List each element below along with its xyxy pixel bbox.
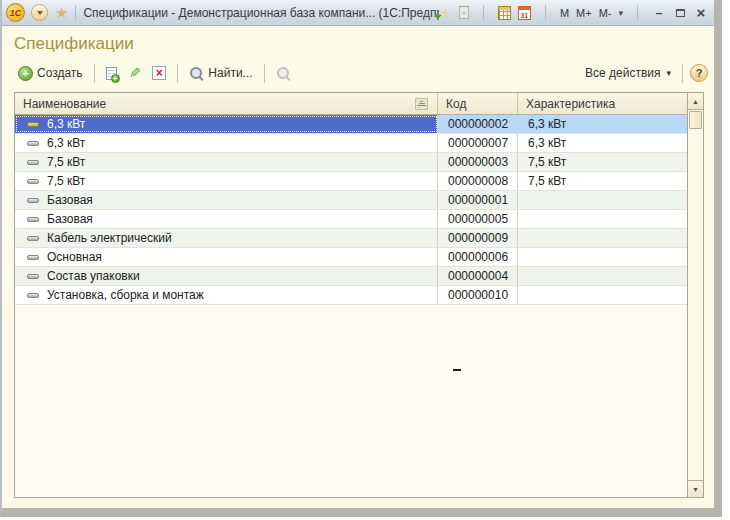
column-header-characteristic[interactable]: Характеристика [518, 93, 688, 114]
cell-characteristic[interactable] [518, 248, 688, 266]
maximize-button[interactable] [673, 9, 687, 17]
titlebar: 1С ★ Спецификации - Демонстрационная баз… [2, 0, 714, 26]
catalog-item-icon [27, 255, 39, 260]
scrollbar-thumb[interactable] [689, 111, 702, 129]
table-row[interactable]: Основная 000000006 [15, 248, 688, 267]
cell-name[interactable]: Базовая [15, 210, 438, 228]
specifications-table: Наименование Код Характеристика 6,3 кВт … [14, 92, 704, 498]
sort-ascending-icon [415, 98, 428, 110]
cell-characteristic[interactable] [518, 267, 688, 285]
column-header-code[interactable]: Код [438, 93, 518, 114]
calendar-day-number: 31 [519, 11, 530, 20]
all-actions-label: Все действия [585, 66, 660, 80]
cell-code[interactable]: 000000001 [438, 191, 518, 209]
table-row[interactable]: Базовая 000000001 [15, 191, 688, 210]
cell-characteristic[interactable]: 7,5 кВт [518, 153, 688, 171]
titlebar-separator [483, 5, 484, 20]
cell-characteristic[interactable]: 7,5 кВт [518, 172, 688, 190]
catalog-item-icon [27, 274, 39, 279]
cell-text: 7,5 кВт [47, 155, 85, 169]
table-row[interactable]: Состав упаковки 000000004 [15, 267, 688, 286]
titlebar-separator [75, 5, 76, 20]
delete-x-icon: × [152, 66, 166, 80]
cell-code[interactable]: 000000008 [438, 172, 518, 190]
cell-text: Базовая [47, 193, 93, 207]
cell-characteristic[interactable] [518, 286, 688, 304]
toolbar-separator [682, 64, 683, 83]
cell-name[interactable]: Состав упаковки [15, 267, 438, 285]
plus-badge-icon: + [111, 74, 120, 83]
cell-text: 6,3 кВт [47, 117, 85, 131]
calendar-top-strip [519, 7, 530, 10]
cell-text: Кабель электрический [47, 231, 172, 245]
scroll-up-button[interactable]: ▲ [688, 93, 703, 110]
cell-code[interactable]: 000000009 [438, 229, 518, 247]
cell-code[interactable]: 000000007 [438, 134, 518, 152]
favorites-star-icon[interactable]: ★ [55, 5, 68, 20]
edit-button[interactable]: ✎ [125, 63, 145, 83]
catalog-item-icon [27, 236, 39, 241]
copy-button[interactable]: + [102, 64, 121, 83]
cell-text: Установка, сборка и монтаж [47, 288, 204, 302]
table-row[interactable]: Базовая 000000005 [15, 210, 688, 229]
cell-characteristic[interactable] [518, 210, 688, 228]
app-icon-label: 1С [10, 8, 22, 18]
chevron-down-icon[interactable]: ▾ [618, 8, 623, 18]
cell-code[interactable]: 000000005 [438, 210, 518, 228]
cell-code[interactable]: 000000003 [438, 153, 518, 171]
table-row[interactable]: 6,3 кВт 000000002 6,3 кВт [15, 115, 688, 134]
calendar-icon[interactable]: 31 [518, 6, 531, 20]
cell-text: Состав упаковки [47, 269, 140, 283]
system-menu-button[interactable] [31, 4, 48, 21]
minimize-button[interactable]: – [652, 6, 666, 20]
desktop: 1С ★ Спецификации - Демонстрационная баз… [0, 0, 730, 520]
help-button[interactable]: ? [690, 64, 708, 82]
scroll-down-button[interactable]: ▼ [688, 480, 703, 497]
cell-code[interactable]: 000000010 [438, 286, 518, 304]
memory-m-plus-button[interactable]: M+ [576, 7, 592, 19]
cell-name[interactable]: Базовая [15, 191, 438, 209]
catalog-item-icon [27, 198, 39, 203]
cell-name[interactable]: 6,3 кВт [15, 134, 438, 152]
table-row[interactable]: 7,5 кВт 000000003 7,5 кВт [15, 153, 688, 172]
1c-app-icon[interactable]: 1С [6, 3, 25, 22]
delete-button[interactable]: × [148, 63, 170, 83]
cell-characteristic[interactable]: 6,3 кВт [518, 134, 688, 152]
create-button[interactable]: + Создать [14, 63, 87, 84]
all-actions-button[interactable]: Все действия ▾ [581, 63, 675, 83]
cell-characteristic[interactable] [518, 191, 688, 209]
scrollbar-track[interactable] [688, 130, 703, 480]
column-header-name[interactable]: Наименование [15, 93, 438, 114]
cell-name[interactable]: Кабель электрический [15, 229, 438, 247]
cancel-find-button[interactable] [272, 63, 295, 84]
add-to-favorites-icon[interactable]: ★ [439, 6, 452, 20]
calculator-icon[interactable] [498, 6, 511, 20]
table-row[interactable]: Установка, сборка и монтаж 000000010 [15, 286, 688, 305]
cell-text: Базовая [47, 212, 93, 226]
cell-characteristic[interactable]: 6,3 кВт [518, 115, 688, 133]
table-row[interactable]: Кабель электрический 000000009 [15, 229, 688, 248]
table-row[interactable]: 7,5 кВт 000000008 7,5 кВт [15, 172, 688, 191]
cell-name[interactable]: 6,3 кВт [15, 115, 438, 133]
cell-name[interactable]: Основная [15, 248, 438, 266]
cell-name[interactable]: 7,5 кВт [15, 153, 438, 171]
memory-m-button[interactable]: M [560, 7, 569, 19]
close-button[interactable]: × [694, 4, 708, 21]
memory-m-minus-button[interactable]: M- [599, 7, 612, 19]
vertical-scrollbar[interactable]: ▲ ▼ [687, 93, 703, 497]
cell-characteristic[interactable] [518, 229, 688, 247]
green-arrow-icon [435, 12, 443, 20]
cell-code[interactable]: 000000006 [438, 248, 518, 266]
find-button[interactable]: Найти... [185, 63, 256, 84]
maximize-icon [676, 9, 685, 17]
table-row[interactable]: 6,3 кВт 000000007 6,3 кВт [15, 134, 688, 153]
toolbar: + Создать + ✎ × Найти... Все действия ▾ … [14, 60, 708, 86]
cell-name[interactable]: Установка, сборка и монтаж [15, 286, 438, 304]
cell-code[interactable]: 000000004 [438, 267, 518, 285]
column-header-label: Характеристика [526, 97, 615, 111]
pencil-icon: ✎ [129, 66, 141, 80]
favorites-document-icon[interactable] [459, 6, 469, 19]
cell-name[interactable]: 7,5 кВт [15, 172, 438, 190]
cell-code[interactable]: 000000002 [438, 115, 518, 133]
cell-text: Основная [47, 250, 102, 264]
